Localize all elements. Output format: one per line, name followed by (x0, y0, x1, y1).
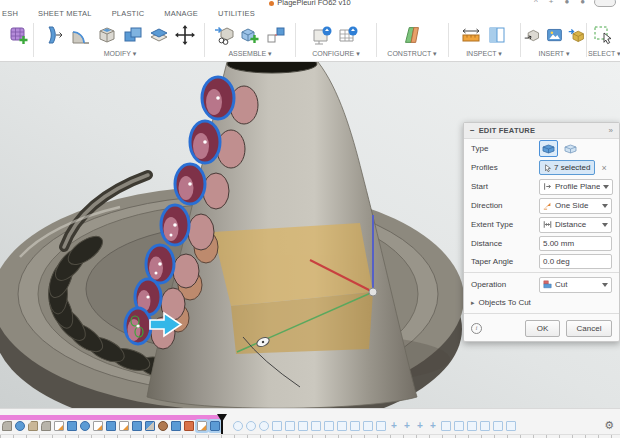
select-menu[interactable]: SELECT ▾ (588, 50, 618, 58)
start-dropdown[interactable]: Profile Plane (539, 179, 613, 195)
profile-unselected[interactable] (203, 173, 229, 209)
press-pull-icon[interactable] (43, 23, 67, 47)
extent-type-dropdown[interactable]: Distance (539, 217, 612, 233)
timeline-rolled-feature-icon[interactable] (311, 421, 321, 431)
construct-plane-icon[interactable] (400, 23, 424, 47)
inspect-menu[interactable]: INSPECT ▾ (450, 50, 518, 58)
add-tab-icon[interactable]: + (549, 0, 554, 7)
taper-angle-input[interactable]: 0.0 deg (539, 254, 612, 269)
timeline-rolled-feature-icon[interactable] (415, 421, 425, 431)
origin-handle[interactable] (369, 288, 377, 296)
tab-utilities[interactable]: UTILITIES (218, 9, 255, 18)
timeline-feature-icon[interactable] (67, 421, 77, 431)
construct-menu[interactable]: CONSTRUCT ▾ (378, 50, 446, 58)
timeline-rolled-feature-icon[interactable] (350, 421, 360, 431)
timeline-rolled-feature-icon[interactable] (324, 421, 334, 431)
timeline-feature-icon[interactable] (210, 421, 220, 431)
timeline-rolled-feature-icon[interactable] (363, 421, 373, 431)
assemble-menu[interactable]: ASSEMBLE ▾ (206, 50, 294, 58)
expand-triangle-icon[interactable]: ▸ (471, 299, 475, 307)
avatar[interactable] (594, 0, 616, 7)
operation-dropdown[interactable]: Cut (539, 277, 612, 293)
modify-menu[interactable]: MODIFY ▾ (36, 50, 204, 58)
timeline-rolled-feature-icon[interactable] (428, 421, 438, 431)
timeline-rolled-feature-icon[interactable] (389, 421, 399, 431)
timeline-feature-icon[interactable] (197, 421, 207, 431)
help-icon[interactable]: ● (564, 0, 569, 7)
profile-selected[interactable] (161, 205, 189, 245)
tab-plastic[interactable]: PLASTIC (112, 9, 145, 18)
timeline-feature-icon[interactable] (93, 421, 103, 431)
profile-unselected[interactable] (188, 214, 214, 250)
timeline-progress-bar[interactable] (0, 415, 223, 420)
timeline-playhead-line[interactable] (221, 415, 223, 435)
timeline-rolled-feature-icon[interactable] (259, 421, 269, 431)
insert-derive-icon[interactable] (522, 23, 542, 47)
timeline-feature-icon[interactable] (54, 421, 64, 431)
timeline-feature-icon[interactable] (171, 421, 181, 431)
timeline-feature-icon[interactable] (15, 421, 25, 431)
canvas-image-icon[interactable] (544, 23, 564, 47)
cancel-button[interactable]: Cancel (566, 320, 612, 337)
timeline-feature-icon[interactable] (106, 421, 116, 431)
sketch-profile-plane[interactable] (213, 223, 373, 354)
distance-input[interactable]: 5.00 mm (539, 236, 612, 251)
timeline-feature-icon[interactable] (80, 421, 90, 431)
timeline-rolled-feature-icon[interactable] (441, 421, 451, 431)
timeline-rolled-feature-icon[interactable] (337, 421, 347, 431)
info-icon[interactable]: i (471, 323, 482, 334)
dialog-header[interactable]: − EDIT FEATURE » (464, 123, 619, 139)
clear-selection-icon[interactable]: × (601, 163, 606, 173)
insert-mesh-icon[interactable] (566, 23, 586, 47)
timeline-rolled-feature-icon[interactable] (506, 421, 516, 431)
mesh-create-icon[interactable] (7, 23, 31, 47)
combine-icon[interactable] (121, 23, 145, 47)
configure-table-icon[interactable] (337, 23, 361, 47)
profile-unselected[interactable] (173, 254, 199, 288)
move-copy-icon[interactable] (173, 23, 197, 47)
timeline-feature-icon[interactable] (184, 421, 194, 431)
tab-sheet-metal[interactable]: SHEET METAL (38, 9, 92, 18)
dock-panel-icon[interactable]: » (609, 126, 613, 135)
configure-menu[interactable]: CONFIGURE ▾ (298, 50, 374, 58)
offset-face-icon[interactable] (147, 23, 171, 47)
notification-icon[interactable]: ● (580, 0, 585, 7)
shell-icon[interactable] (95, 23, 119, 47)
timeline-rolled-feature-icon[interactable] (272, 421, 282, 431)
profile-selected[interactable] (146, 245, 174, 283)
timeline-feature-icon[interactable] (2, 421, 12, 431)
direction-dropdown[interactable]: One Side (539, 198, 612, 214)
timeline-feature-icon[interactable] (145, 421, 155, 431)
profile-selected[interactable] (125, 308, 151, 344)
tab-manage[interactable]: MANAGE (164, 9, 198, 18)
profile-selected[interactable] (175, 164, 205, 204)
timeline-rolled-feature-icon[interactable] (454, 421, 464, 431)
new-component-icon[interactable] (238, 23, 262, 47)
ok-button[interactable]: OK (525, 320, 560, 337)
derive-icon[interactable] (212, 23, 236, 47)
type-extrude-solid-icon[interactable] (539, 140, 558, 157)
timeline-feature-icon[interactable] (132, 421, 142, 431)
timeline-rolled-feature-icon[interactable] (285, 421, 295, 431)
joint-icon[interactable] (264, 23, 288, 47)
timeline-rolled-feature-icon[interactable] (233, 421, 243, 431)
insert-menu[interactable]: INSERT ▾ (522, 50, 586, 58)
collapse-chevron-icon[interactable]: ^ (534, 0, 538, 7)
timeline-feature-icon[interactable] (158, 421, 168, 431)
objects-to-cut-row[interactable]: ▸ Objects To Cut (464, 294, 619, 311)
timeline-rolled-feature-icon[interactable] (493, 421, 503, 431)
timeline-rolled-feature-icon[interactable] (480, 421, 490, 431)
timeline-rolled-feature-icon[interactable] (402, 421, 412, 431)
section-analysis-icon[interactable] (485, 23, 509, 47)
measure-icon[interactable] (459, 23, 483, 47)
timeline-feature-icon[interactable] (41, 421, 51, 431)
select-tool-icon[interactable] (591, 23, 615, 47)
fillet-icon[interactable] (69, 23, 93, 47)
timeline-rolled-feature-icon[interactable] (246, 421, 256, 431)
timeline-rolled-feature-icon[interactable] (298, 421, 308, 431)
configure-feature-icon[interactable] (311, 23, 335, 47)
tab-mesh[interactable]: ESH (2, 9, 18, 18)
collapse-icon[interactable]: − (470, 126, 475, 135)
profiles-selection-chip[interactable]: 7 selected (539, 160, 595, 175)
timeline-settings-gear-icon[interactable]: ⚙ (604, 418, 614, 432)
